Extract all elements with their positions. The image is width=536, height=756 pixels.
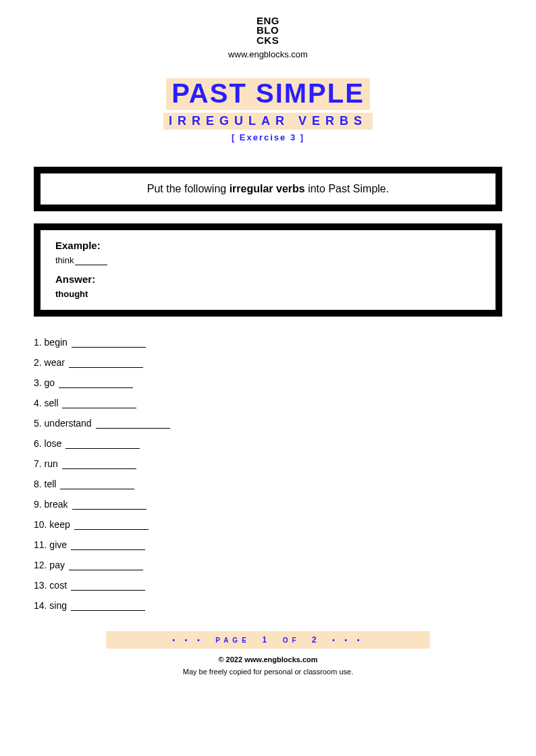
answer-blank[interactable]: [71, 610, 145, 611]
item-word: wear: [45, 357, 65, 368]
list-item: 13. cost: [34, 580, 502, 591]
answer-blank[interactable]: [65, 448, 140, 449]
answer-value: thought: [55, 289, 481, 299]
list-item: 8. tell: [34, 479, 502, 489]
item-number: 3.: [34, 377, 42, 388]
page-of: OF: [283, 637, 300, 644]
title-main: PAST SIMPLE: [166, 78, 370, 110]
item-number: 7.: [34, 458, 42, 469]
item-word: pay: [49, 560, 65, 570]
example-prompt: think: [55, 255, 481, 265]
item-word: keep: [49, 519, 70, 530]
item-number: 9.: [34, 499, 42, 510]
page-current: 1: [262, 635, 271, 645]
footer: • • • PAGE 1 OF 2 • • • © 2022 www.engbl…: [34, 631, 502, 676]
answer-blank[interactable]: [69, 367, 143, 368]
header: ENG BLO CKS www.engblocks.com: [34, 16, 502, 59]
answer-blank[interactable]: [96, 428, 170, 429]
item-number: 2.: [34, 357, 42, 368]
item-word: lose: [45, 438, 62, 449]
list-item: 3. go: [34, 377, 502, 388]
item-word: cost: [49, 580, 67, 591]
item-word: begin: [45, 337, 68, 348]
instruction-bold: irregular verbs: [230, 183, 305, 194]
item-word: go: [45, 377, 55, 388]
page-indicator: • • • PAGE 1 OF 2 • • •: [106, 631, 430, 649]
example-prompt-word: think: [55, 255, 74, 265]
dots-left: • • •: [173, 637, 204, 644]
exercise-items: 1. begin 2. wear 3. go 4. sell 5. unders…: [34, 337, 502, 611]
item-word: run: [45, 458, 58, 469]
list-item: 1. begin: [34, 337, 502, 348]
item-word: tell: [45, 479, 57, 489]
list-item: 14. sing: [34, 600, 502, 611]
item-number: 10.: [34, 519, 47, 530]
answer-blank[interactable]: [59, 387, 133, 388]
item-word: sell: [45, 398, 59, 408]
instruction-pre: Put the following: [147, 183, 230, 194]
site-url: www.engblocks.com: [34, 49, 502, 59]
instruction-post: into Past Simple.: [305, 183, 390, 194]
example-label: Example:: [55, 240, 481, 251]
list-item: 9. break: [34, 499, 502, 510]
item-word: break: [45, 499, 68, 510]
list-item: 5. understand: [34, 418, 502, 429]
item-number: 8.: [34, 479, 42, 489]
answer-blank[interactable]: [72, 347, 146, 348]
example-blank: [75, 265, 107, 265]
item-number: 1.: [34, 337, 42, 348]
item-word: sing: [49, 600, 67, 611]
logo-line: CKS: [257, 36, 279, 45]
answer-blank[interactable]: [69, 570, 143, 570]
dots-right: • • •: [332, 637, 363, 644]
list-item: 2. wear: [34, 357, 502, 368]
item-number: 13.: [34, 580, 47, 591]
answer-blank[interactable]: [71, 590, 145, 591]
answer-blank[interactable]: [60, 489, 134, 489]
page-total: 2: [312, 635, 321, 645]
list-item: 6. lose: [34, 438, 502, 449]
title-subtitle: IRREGULAR VERBS: [163, 113, 373, 130]
example-box: Example: think Answer: thought: [34, 223, 502, 317]
instruction-box: Put the following irregular verbs into P…: [34, 167, 502, 211]
copyright: © 2022 www.engblocks.com: [34, 655, 502, 664]
list-item: 7. run: [34, 458, 502, 469]
item-number: 5.: [34, 418, 42, 429]
page-label: PAGE: [215, 637, 250, 644]
item-word: give: [49, 539, 67, 550]
list-item: 12. pay: [34, 560, 502, 570]
answer-blank[interactable]: [62, 408, 136, 408]
answer-blank[interactable]: [74, 529, 149, 530]
answer-blank[interactable]: [72, 509, 146, 510]
answer-blank[interactable]: [71, 549, 145, 550]
title-block: PAST SIMPLE IRREGULAR VERBS [ Exercise 3…: [34, 78, 502, 142]
item-word: understand: [45, 418, 92, 429]
list-item: 4. sell: [34, 398, 502, 408]
list-item: 10. keep: [34, 519, 502, 530]
item-number: 12.: [34, 560, 47, 570]
license-text: May be freely copied for personal or cla…: [34, 668, 502, 676]
item-number: 14.: [34, 600, 47, 611]
item-number: 11.: [34, 539, 47, 550]
item-number: 6.: [34, 438, 42, 449]
list-item: 11. give: [34, 539, 502, 550]
answer-label: Answer:: [55, 273, 481, 285]
answer-blank[interactable]: [62, 468, 136, 469]
item-number: 4.: [34, 398, 42, 408]
title-exercise: [ Exercise 3 ]: [34, 132, 502, 142]
logo: ENG BLO CKS: [257, 16, 279, 45]
